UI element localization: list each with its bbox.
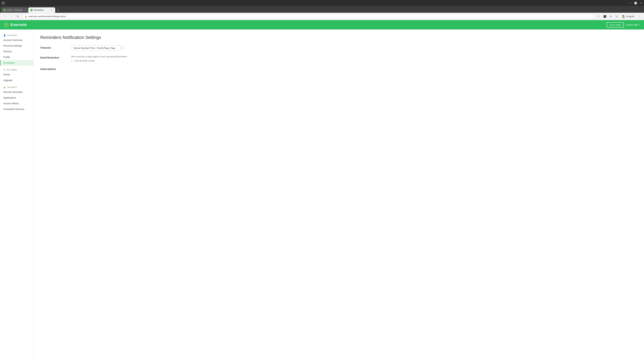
url-bar[interactable]: 🔒 evernote.com/ReminderSettings.action <box>22 14 594 19</box>
sidebar-section-account: 👤 ACCOUNT <box>0 33 33 37</box>
incognito-label: Incognito <box>626 15 634 17</box>
svg-text:🍀: 🍀 <box>4 23 8 27</box>
timezone-value: Samoa Standard Time - Pacific/Pago_Pago <box>73 47 116 49</box>
tab-home[interactable]: 🍀 Home - Evernote ✕ <box>1 7 28 13</box>
app-header: 🍀 Evernote Go to notes Lauren Deli ▼ <box>0 20 644 29</box>
sidebar-item-applications[interactable]: Applications <box>0 95 33 100</box>
forward-button[interactable]: → <box>9 14 14 19</box>
tab-label-reminders: Reminders <box>34 9 44 11</box>
more-menu-button[interactable]: ⋮ <box>637 14 642 19</box>
tab-label-home: Home - Evernote <box>7 9 22 11</box>
page-title: Reminders Notification Settings <box>40 35 637 40</box>
extensions-button[interactable]: ⬛ <box>602 14 607 19</box>
main-content: Reminders Notification Settings Timezone… <box>34 29 644 361</box>
subscriptions-label: Subscriptions <box>40 67 67 70</box>
sidebar-item-account-summary[interactable]: Account Summary <box>0 37 33 43</box>
subscriptions-row: Subscriptions <box>40 67 637 70</box>
logo-text: Evernote <box>10 23 27 27</box>
window-controls: — ⬜ ✕ <box>628 1 643 5</box>
get-more-section-label: GET MORE <box>6 69 17 71</box>
get-reminder-emails-label: Get reminder emails <box>75 59 94 62</box>
sidebar-item-profile[interactable]: Profile <box>0 54 33 60</box>
minimize-button[interactable]: — <box>628 1 632 5</box>
timezone-dropdown-arrow-icon: ▼ <box>120 47 122 49</box>
bookmark-button[interactable]: ☆ <box>596 14 601 19</box>
title-bar: ‹ — ⬜ ✕ <box>0 0 644 6</box>
email-reminders-row: Email Reminders We'll send you a daily d… <box>40 55 637 62</box>
sidebar-item-connected-services[interactable]: Connected Services <box>0 106 33 112</box>
sidebar-item-security-summary[interactable]: Security Summary <box>0 89 33 95</box>
sidebar-item-personal-settings[interactable]: Personal Settings <box>0 43 33 49</box>
url-text: evernote.com/ReminderSettings.action <box>28 15 66 17</box>
get-reminder-emails-row: Get reminder emails <box>71 59 637 62</box>
tab-nav-left[interactable]: ‹ <box>1 1 5 5</box>
go-to-notes-button[interactable]: Go to notes <box>606 22 624 27</box>
tab-reminders[interactable]: 🍀 Reminders ✕ <box>28 7 55 13</box>
incognito-icon: 🕵 <box>622 15 625 18</box>
header-right: Go to notes Lauren Deli ▼ <box>606 22 641 27</box>
reload-button[interactable]: ↻ <box>16 14 20 19</box>
logo-area[interactable]: 🍀 Evernote <box>3 22 27 27</box>
sidebar-section-get-more: ⬆ GET MORE <box>0 67 33 72</box>
address-bar: ← → ↻ 🔒 evernote.com/ReminderSettings.ac… <box>0 13 644 20</box>
email-reminders-hint: We'll send you a daily digest of your up… <box>71 55 637 58</box>
download-button[interactable]: ⬇ <box>608 14 613 19</box>
tab-favicon-home: 🍀 <box>3 9 6 11</box>
security-section-label: SECURITY <box>8 86 18 88</box>
new-tab-button[interactable]: + <box>56 8 60 13</box>
tab-close-reminders[interactable]: ✕ <box>50 9 53 11</box>
toolbar-icons: ☆ ⬛ ⬇ ⊡ 🕵 Incognito ⋮ <box>596 14 642 19</box>
timezone-select[interactable]: Samoa Standard Time - Pacific/Pago_Pago … <box>71 45 125 51</box>
sidebar-item-devices[interactable]: Devices <box>0 49 33 54</box>
sidebar-item-points[interactable]: Points <box>0 72 33 77</box>
sidebar-item-reminders[interactable]: Reminders <box>0 60 33 66</box>
tab-bar: 🍀 Home - Evernote ✕ 🍀 Reminders ✕ + <box>0 6 644 13</box>
timezone-row: Timezone Samoa Standard Time - Pacific/P… <box>40 45 637 51</box>
evernote-logo-icon: 🍀 <box>3 22 9 27</box>
incognito-button[interactable]: 🕵 Incognito <box>620 14 636 18</box>
sidebar: 👤 ACCOUNT Account Summary Personal Setti… <box>0 29 34 361</box>
maximize-button[interactable]: ⬜ <box>634 1 637 5</box>
tab-favicon-reminders: 🍀 <box>30 9 33 11</box>
close-button[interactable]: ✕ <box>639 1 643 5</box>
timezone-label: Timezone <box>40 45 67 49</box>
email-reminders-label: Email Reminders <box>40 55 67 59</box>
account-section-label: ACCOUNT <box>8 34 17 36</box>
main-layout: 👤 ACCOUNT Account Summary Personal Setti… <box>0 29 644 361</box>
sidebar-item-access-history[interactable]: Access History <box>0 100 33 106</box>
email-reminders-control: We'll send you a daily digest of your up… <box>71 55 637 62</box>
sidebar-section-security: 🔒 SECURITY <box>0 85 33 89</box>
tab-close-home[interactable]: ✕ <box>24 9 26 11</box>
get-reminder-emails-checkbox[interactable] <box>71 59 74 62</box>
user-name-label: Lauren Deli <box>626 23 638 26</box>
email-hint-text: We'll send you a daily digest of your up… <box>71 55 128 58</box>
sidebar-item-upgrade[interactable]: Upgrade <box>0 77 33 83</box>
account-section-icon: 👤 <box>3 34 6 36</box>
split-view-button[interactable]: ⊡ <box>614 14 619 19</box>
get-more-section-icon: ⬆ <box>3 69 5 71</box>
user-menu-button[interactable]: Lauren Deli ▼ <box>626 23 641 26</box>
browser-chrome: ‹ — ⬜ ✕ 🍀 Home - Evernote ✕ 🍀 Reminders … <box>0 0 644 20</box>
user-menu-chevron-icon: ▼ <box>639 24 641 26</box>
security-section-icon: 🔒 <box>3 86 6 88</box>
timezone-control: Samoa Standard Time - Pacific/Pago_Pago … <box>71 45 637 51</box>
url-lock-icon: 🔒 <box>25 15 27 17</box>
back-button[interactable]: ← <box>2 14 7 19</box>
